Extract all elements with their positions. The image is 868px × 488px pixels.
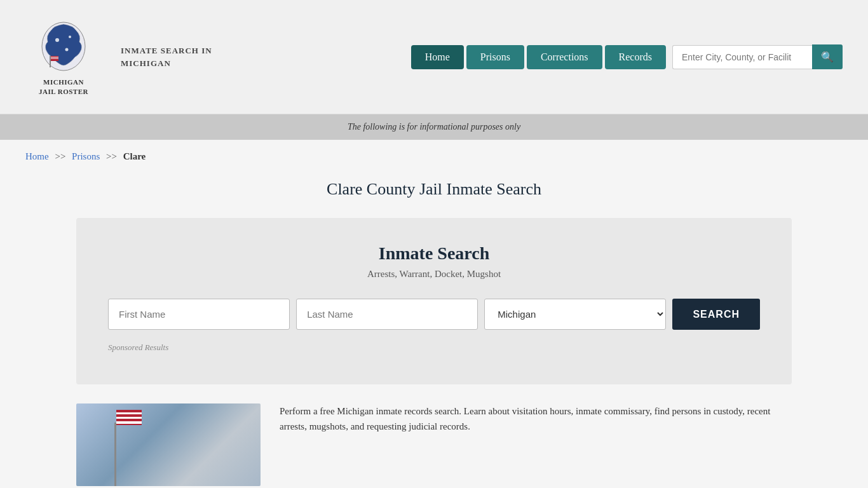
page-title: Clare County Jail Inmate Search — [25, 180, 843, 199]
breadcrumb-home-link[interactable]: Home — [25, 151, 49, 161]
nav-prisons-button[interactable]: Prisons — [466, 45, 524, 69]
nav-home-button[interactable]: Home — [411, 45, 464, 69]
search-section: Inmate Search Arrests, Warrant, Docket, … — [76, 218, 792, 384]
header-search-button[interactable]: 🔍 — [812, 44, 843, 69]
breadcrumb-prisons-link[interactable]: Prisons — [72, 151, 100, 161]
header: MICHIGAN JAIL ROSTER INMATE SEARCH INMIC… — [0, 0, 868, 114]
breadcrumb: Home >> Prisons >> Clare — [0, 140, 868, 173]
state-select[interactable]: Michigan Alabama Alaska Arizona Californ… — [484, 299, 666, 330]
bottom-image — [76, 403, 261, 486]
last-name-input[interactable] — [296, 299, 478, 330]
flag-pole-decoration — [114, 423, 116, 486]
logo-area: MICHIGAN JAIL ROSTER — [25, 18, 102, 96]
info-bar-text: The following is for informational purpo… — [348, 122, 520, 132]
flag-decoration — [116, 410, 142, 425]
svg-point-2 — [69, 36, 71, 38]
breadcrumb-current: Clare — [123, 151, 146, 161]
svg-point-1 — [55, 38, 59, 42]
search-icon: 🔍 — [821, 51, 834, 62]
search-section-subtitle: Arrests, Warrant, Docket, Mugshot — [108, 269, 760, 280]
breadcrumb-sep1: >> — [55, 151, 65, 161]
info-bar: The following is for informational purpo… — [0, 114, 868, 140]
logo-text: MICHIGAN JAIL ROSTER — [39, 78, 88, 96]
header-search-input[interactable] — [672, 45, 812, 69]
site-title: INMATE SEARCH INMICHIGAN — [121, 44, 212, 69]
bottom-description: Perform a free Michigan inmate records s… — [280, 403, 792, 434]
inmate-search-button[interactable]: SEARCH — [672, 299, 760, 330]
search-form-row: Michigan Alabama Alaska Arizona Californ… — [108, 299, 760, 330]
nav-records-button[interactable]: Records — [605, 45, 666, 69]
nav-corrections-button[interactable]: Corrections — [527, 45, 602, 69]
bottom-section: Perform a free Michigan inmate records s… — [0, 384, 868, 488]
svg-point-3 — [65, 48, 69, 51]
first-name-input[interactable] — [108, 299, 290, 330]
svg-rect-4 — [50, 56, 51, 67]
sponsored-label: Sponsored Results — [108, 342, 760, 353]
nav-buttons: Home Prisons Corrections Records — [411, 45, 666, 69]
logo-image — [38, 18, 89, 75]
page-title-area: Clare County Jail Inmate Search — [0, 173, 868, 218]
header-right: Home Prisons Corrections Records 🔍 — [411, 44, 843, 69]
header-search-bar: 🔍 — [672, 44, 843, 69]
breadcrumb-sep2: >> — [106, 151, 117, 161]
search-section-title: Inmate Search — [108, 243, 760, 264]
